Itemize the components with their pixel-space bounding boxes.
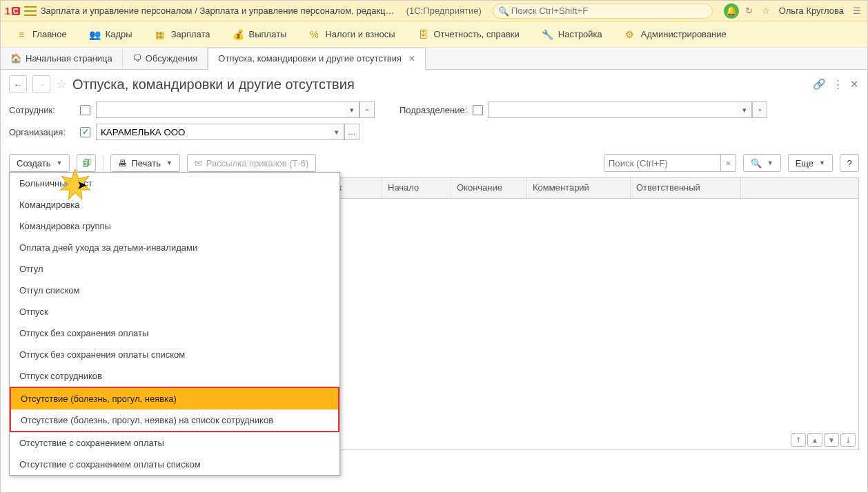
table-nav-last[interactable]: ⤓ (840, 433, 856, 447)
org-input[interactable] (96, 124, 329, 140)
menu-icon: ▦ (155, 29, 166, 40)
table-column-header[interactable]: Комментарий (527, 178, 631, 198)
dropdown-item[interactable]: Отсутствие (болезнь, прогул, неявка) (11, 388, 338, 409)
dropdown-item[interactable]: Командировка группы (10, 215, 339, 237)
history-icon[interactable]: ↻ (743, 6, 756, 16)
dropdown-item[interactable]: Отсутствие с сохранением оплаты списком (10, 454, 339, 475)
global-search[interactable]: 🔍 (493, 3, 713, 19)
list-search[interactable]: × (604, 154, 736, 172)
menu-label: Выплаты (249, 29, 287, 39)
menu-item[interactable]: %Налоги и взносы (297, 21, 406, 47)
favorite-toggle[interactable]: ☆ (56, 77, 67, 92)
create-dropdown-menu: Больничный листКомандировкаКомандировка … (9, 172, 340, 476)
employee-input[interactable] (96, 102, 344, 118)
chevron-down-icon: ▼ (767, 160, 773, 166)
menu-label: Администрирование (641, 29, 727, 39)
menu-item[interactable]: ≡Главное (5, 21, 78, 47)
table-column-header[interactable]: Начало (382, 178, 451, 198)
employee-dropdown-button[interactable]: ▾ (344, 102, 359, 118)
menu-item[interactable]: 💰Выплаты (221, 21, 298, 47)
table-column-header[interactable]: Окончание (451, 178, 527, 198)
nav-forward-button[interactable]: → (32, 75, 50, 93)
menu-item[interactable]: ⚙Администрирование (613, 21, 738, 47)
platform-label: (1С:Предприятие) (406, 6, 482, 16)
employee-open-button[interactable]: ▫ (359, 102, 375, 118)
user-menu-icon[interactable]: ☰ (851, 6, 863, 16)
org-dropdown-button[interactable]: ▾ (329, 124, 344, 140)
menu-item[interactable]: ▦Зарплата (144, 21, 221, 47)
menu-label: Настройка (558, 29, 602, 39)
org-combo[interactable]: ▾ … (96, 124, 359, 140)
employee-combo[interactable]: ▾ ▫ (96, 102, 375, 118)
tabs-bar: 🏠Начальная страница🗨ОбсужденияОтпуска, к… (1, 48, 867, 70)
menu-item[interactable]: 🗄Отчетность, справки (406, 21, 531, 47)
dropdown-item[interactable]: Отпуск (10, 301, 339, 322)
dropdown-item[interactable]: Отсутствие (болезнь, прогул, неявка) на … (11, 409, 338, 431)
tab-label: Начальная страница (26, 53, 112, 64)
clear-search-button[interactable]: × (721, 154, 736, 172)
employee-label: Сотрудник: (9, 105, 75, 115)
tab-label: Отпуска, командировки и другие отсутстви… (218, 53, 402, 64)
more-icon[interactable]: ⋮ (833, 78, 843, 90)
tab-icon: 🏠 (10, 53, 21, 64)
mailing-button[interactable]: ✉ Рассылка приказов (Т-6) (187, 154, 317, 172)
employee-checkbox[interactable] (80, 105, 90, 115)
close-icon[interactable]: ✕ (408, 54, 415, 64)
notifications-button[interactable]: 🔔 (724, 3, 739, 19)
menu-label: Главное (32, 29, 67, 39)
help-button[interactable]: ? (840, 154, 859, 172)
menu-icon: 💰 (233, 29, 244, 40)
tutorial-highlight-box: Отсутствие (болезнь, прогул, неявка)Отсу… (10, 387, 339, 432)
dropdown-item[interactable]: Отпуск без сохранения оплаты (10, 322, 339, 344)
create-button[interactable]: Создать ▼ (9, 154, 70, 172)
dropdown-item[interactable]: Оплата дней ухода за детьми-инвалидами (10, 237, 339, 258)
org-checkbox[interactable] (80, 127, 90, 137)
department-input[interactable] (489, 102, 737, 118)
nav-back-button[interactable]: ← (9, 75, 27, 93)
menu-item[interactable]: 👥Кадры (78, 21, 144, 47)
tab[interactable]: 🏠Начальная страница (1, 48, 123, 69)
menu-icon: 🗄 (417, 29, 428, 40)
mail-icon: ✉ (195, 158, 202, 168)
department-combo[interactable]: ▾ ▫ (489, 102, 767, 118)
table-nav-first[interactable]: ⤒ (791, 433, 806, 447)
tab[interactable]: 🗨Обсуждения (123, 48, 208, 69)
print-button[interactable]: 🖶 Печать ▼ (110, 154, 180, 172)
department-checkbox[interactable] (473, 105, 483, 115)
org-label: Организация: (9, 127, 75, 137)
dropdown-item[interactable]: Отгул (10, 258, 339, 280)
table-nav-down[interactable]: ▼ (824, 433, 839, 447)
advanced-search-button[interactable]: 🔍 ▼ (743, 154, 781, 172)
global-search-input[interactable] (493, 3, 713, 19)
main-menubar: ≡Главное👥Кадры▦Зарплата💰Выплаты%Налоги и… (1, 21, 867, 48)
search-icon: 🔍 (498, 6, 509, 17)
dropdown-item[interactable]: Отсутствие с сохранением оплаты (10, 432, 339, 454)
org-ellipsis-button[interactable]: … (344, 124, 359, 140)
dropdown-item[interactable]: Отпуск сотрудников (10, 365, 339, 387)
list-search-input[interactable] (604, 154, 721, 172)
link-icon[interactable]: 🔗 (813, 78, 826, 90)
table-column-header[interactable]: Ответственный (631, 178, 741, 198)
dropdown-item[interactable]: Отгул списком (10, 280, 339, 301)
favorite-icon[interactable]: ☆ (760, 6, 772, 16)
menu-item[interactable]: 🔧Настройка (531, 21, 613, 47)
menu-icon: 👥 (89, 29, 100, 40)
more-button[interactable]: Еще ▼ (788, 154, 833, 172)
menu-icon: ⚙ (624, 29, 635, 40)
logo-1c: 1С (5, 6, 20, 17)
department-label: Подразделение: (400, 105, 467, 115)
close-icon[interactable]: ✕ (850, 78, 859, 90)
department-open-button[interactable]: ▫ (752, 102, 767, 118)
chevron-down-icon: ▼ (819, 160, 825, 166)
copy-icon: 🗐 (82, 158, 91, 168)
dropdown-item[interactable]: Больничный лист (10, 173, 339, 194)
username-label: Ольга Круглова (779, 6, 844, 16)
department-dropdown-button[interactable]: ▾ (737, 102, 752, 118)
tab-icon: 🗨 (132, 53, 141, 64)
table-nav-up[interactable]: ▲ (807, 433, 822, 447)
dropdown-item[interactable]: Отпуск без сохранения оплаты списком (10, 344, 339, 365)
main-menu-toggle[interactable] (24, 6, 37, 16)
tab[interactable]: Отпуска, командировки и другие отсутстви… (208, 48, 426, 70)
copy-button[interactable]: 🗐 (77, 154, 96, 172)
dropdown-item[interactable]: Командировка (10, 194, 339, 215)
